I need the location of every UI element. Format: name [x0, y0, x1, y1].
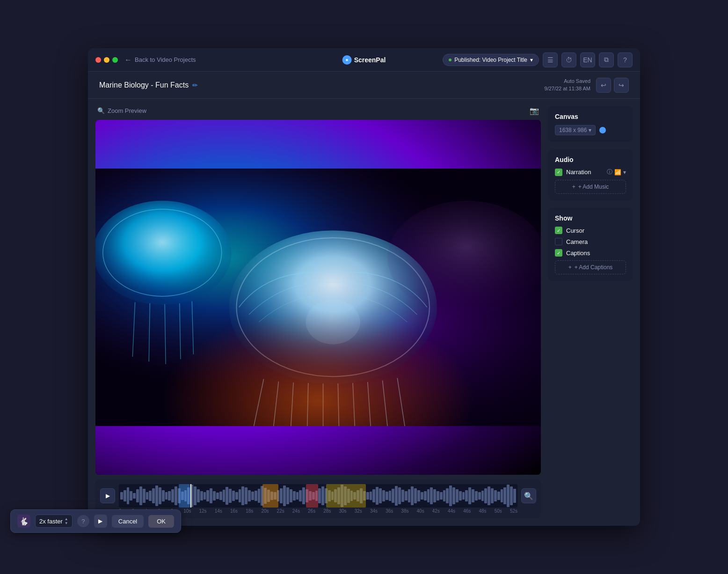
chevron-down-icon: ▾: [530, 57, 533, 63]
canvas-color-picker[interactable]: [599, 127, 606, 133]
title-bar: ← Back to Video Projects ● ScreenPal Pub…: [88, 48, 640, 72]
time-mark: 16s: [230, 508, 238, 514]
narration-menu-icon[interactable]: ▾: [623, 169, 626, 176]
timeline-track[interactable]: (function() { const container = document…: [119, 484, 517, 508]
redo-button[interactable]: ↪: [614, 78, 629, 93]
show-panel: Show ✓ Cursor Camera ✓ Captions + + Add …: [548, 208, 633, 281]
time-mark: 50s: [495, 508, 502, 514]
add-music-label: + Add Music: [578, 184, 609, 190]
canvas-size-value: 1638 x 986: [559, 127, 587, 133]
time-mark: 52s: [510, 508, 517, 514]
publish-button[interactable]: Published: Video Project Title ▾: [443, 54, 539, 66]
auto-saved-info: Auto Saved 9/27/22 at 11:38 AM: [545, 78, 590, 92]
time-mark: 32s: [355, 508, 362, 514]
main-content: 🔍 Zoom Preview 📷: [88, 99, 640, 526]
maximize-button[interactable]: [112, 57, 118, 63]
canvas-size-row: 1638 x 986 ▾: [555, 125, 626, 135]
jellyfish-scene: [95, 120, 541, 475]
plus-icon: +: [568, 264, 572, 271]
language-label: EN: [583, 56, 592, 64]
project-bar: Marine Biology - Fun Facts ✏ Auto Saved …: [88, 72, 640, 99]
time-mark: 18s: [246, 508, 253, 514]
publish-dot: [449, 59, 451, 61]
publish-label: Published: Video Project Title: [454, 57, 527, 63]
canvas-title: Canvas: [555, 113, 626, 120]
screenpal-logo: ● ScreenPal: [342, 55, 386, 65]
logo-icon: ●: [342, 55, 352, 65]
add-music-button[interactable]: + + Add Music: [555, 180, 626, 194]
back-arrow-icon: ←: [124, 56, 132, 64]
edit-title-icon[interactable]: ✏: [192, 81, 198, 89]
close-button[interactable]: [95, 57, 101, 63]
time-mark: 24s: [292, 508, 300, 514]
narration-label: Narration: [566, 169, 603, 176]
time-mark: 34s: [370, 508, 378, 514]
time-mark: 30s: [339, 508, 346, 514]
search-icon: 🔍: [97, 107, 105, 114]
time-mark: 40s: [417, 508, 424, 514]
show-title: Show: [555, 214, 626, 222]
undo-redo-buttons: ↩ ↪: [596, 78, 629, 93]
narration-controls: ⓘ 📶 ▾: [607, 168, 626, 176]
captions-item: ✓ Captions: [555, 249, 626, 257]
time-mark: 10s: [183, 508, 191, 514]
traffic-lights: [95, 57, 118, 63]
screenshot-icon[interactable]: 📷: [530, 106, 539, 115]
camera-item: Camera: [555, 238, 626, 245]
add-captions-label: + Add Captions: [575, 264, 613, 271]
auto-saved-label: Auto Saved: [545, 78, 590, 85]
time-mark: 44s: [448, 508, 455, 514]
project-title-area: Marine Biology - Fun Facts ✏: [99, 81, 545, 89]
back-label: Back to Video Projects: [135, 56, 196, 63]
auto-saved-date: 9/27/22 at 11:38 AM: [545, 85, 590, 92]
chevron-down-icon: ▾: [589, 127, 591, 133]
app-window: ← Back to Video Projects ● ScreenPal Pub…: [88, 48, 640, 526]
time-mark: 46s: [463, 508, 471, 514]
camera-checkbox[interactable]: [555, 238, 562, 245]
time-mark: 26s: [308, 508, 315, 514]
layers-icon-btn[interactable]: ⧉: [599, 52, 614, 67]
canvas-panel: Canvas 1638 x 986 ▾: [548, 106, 633, 142]
play-button[interactable]: ▶: [100, 488, 115, 503]
help-button[interactable]: ?: [88, 515, 89, 526]
help-icon-btn[interactable]: ?: [618, 52, 633, 67]
language-btn[interactable]: EN: [580, 52, 595, 67]
time-mark: 48s: [479, 508, 486, 514]
narration-checkbox[interactable]: ✓: [555, 169, 562, 176]
time-mark: 28s: [323, 508, 331, 514]
playback-speed-popup: 🐇 2x faster ▲ ▼ ? ▶ Cancel OK: [88, 509, 181, 526]
add-captions-button[interactable]: + + Add Captions: [555, 260, 626, 274]
cancel-button[interactable]: Cancel: [112, 515, 144, 526]
plus-icon: +: [572, 184, 575, 190]
narration-item: ✓ Narration ⓘ 📶 ▾: [555, 168, 626, 176]
time-mark: 20s: [261, 508, 269, 514]
video-preview: [95, 120, 541, 475]
cursor-item: ✓ Cursor: [555, 227, 626, 234]
zoom-preview-label: 🔍 Zoom Preview: [97, 107, 146, 114]
cursor-checkbox[interactable]: ✓: [555, 227, 562, 234]
cursor-label: Cursor: [566, 227, 626, 234]
camera-label: Camera: [566, 238, 626, 245]
history-icon-btn[interactable]: ⏱: [561, 52, 576, 67]
canvas-size-selector[interactable]: 1638 x 986 ▾: [555, 125, 596, 135]
captions-label: Captions: [566, 250, 626, 257]
search-timeline-icon[interactable]: 🔍: [521, 488, 536, 503]
ok-button[interactable]: OK: [148, 515, 174, 526]
popup-play-button[interactable]: ▶: [94, 515, 107, 526]
time-mark: 38s: [401, 508, 408, 514]
narration-info-icon[interactable]: ⓘ: [607, 168, 612, 176]
captions-icon-btn[interactable]: ☰: [543, 52, 558, 67]
undo-button[interactable]: ↩: [596, 78, 611, 93]
project-title: Marine Biology - Fun Facts: [99, 81, 189, 89]
time-mark: 36s: [386, 508, 393, 514]
back-to-projects-button[interactable]: ← Back to Video Projects: [124, 56, 196, 64]
captions-checkbox[interactable]: ✓: [555, 249, 562, 257]
right-panel: Canvas 1638 x 986 ▾ Audio ✓ Narration ⓘ: [548, 106, 633, 518]
preview-header: 🔍 Zoom Preview 📷: [95, 106, 541, 115]
audio-title: Audio: [555, 156, 626, 163]
time-mark: 22s: [277, 508, 284, 514]
audio-panel: Audio ✓ Narration ⓘ 📶 ▾ + + Add Music: [548, 149, 633, 200]
narration-volume-icon[interactable]: 📶: [614, 169, 621, 176]
minimize-button[interactable]: [104, 57, 109, 63]
svg-point-25: [387, 201, 541, 315]
